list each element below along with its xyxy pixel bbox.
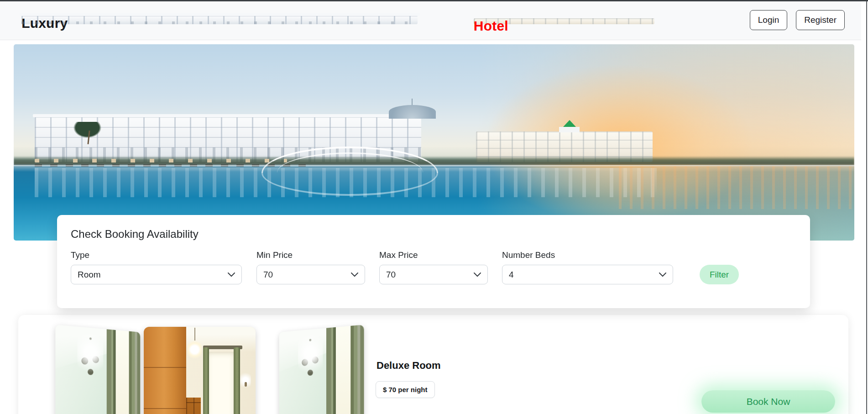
scrollbar-thumb[interactable] [866,0,867,414]
dome-graphic [389,105,436,119]
brand-text-accent: Hotel [474,18,654,24]
drape-left-graphic [203,347,209,414]
book-now-button[interactable]: Book Now [701,390,835,413]
sunset-reflection-graphic [619,166,854,210]
type-select-value: Room [78,270,101,280]
hanging-lamp-graphic [188,340,202,360]
palm-tree-graphic [68,122,106,141]
auth-buttons: Login Register [750,10,845,30]
min-price-field-group: Min Price 70 [256,250,365,284]
booking-card-title: Check Booking Availability [71,228,796,241]
chevron-down-icon [228,273,235,277]
room-photo-left[interactable] [55,325,140,414]
type-select[interactable]: Room [71,265,242,284]
number-beds-label: Number Beds [502,250,673,260]
umbrella-row-graphic [35,159,287,162]
min-price-select-value: 70 [263,270,273,280]
max-price-select-value: 70 [386,270,396,280]
type-field-group: Type Room [71,250,242,284]
curtain-window-graphic [107,329,141,414]
filter-button[interactable]: Filter [700,265,739,284]
room-listing-card: Deluxe Room $ 70 per night Book Now [18,315,848,414]
wall-sconce-graphic [240,372,251,390]
booking-availability-card: Check Booking Availability Type Room Min… [57,215,810,308]
booking-filter-form: Type Room Min Price 70 Max Price 70 Numb… [71,250,796,284]
number-beds-select[interactable]: 4 [502,265,673,284]
hero-image [14,44,854,241]
chandelier-graphic [298,335,323,383]
drape-right-graphic [234,347,240,414]
window-graphic [206,352,235,414]
window-top-edge [0,0,868,1]
chandelier-graphic [78,333,104,383]
chevron-down-icon [474,273,481,277]
chevron-down-icon [351,273,358,277]
wardrobe-graphic [144,327,186,414]
min-price-select[interactable]: 70 [256,265,365,284]
green-tower-graphic [559,127,579,132]
max-price-label: Max Price [379,250,488,260]
pool-reflection-graphic [35,168,657,198]
shelf-unit-graphic [186,398,201,414]
room-name: Deluxe Room [376,360,441,372]
max-price-field-group: Max Price 70 [379,250,488,284]
min-price-label: Min Price [256,250,365,260]
curtain-window-graphic [326,325,364,414]
navbar: Luxury Hotel Home Rooms Addational Servi… [0,1,861,40]
register-button[interactable]: Register [796,10,845,30]
room-photo-right[interactable] [279,325,364,414]
number-beds-field-group: Number Beds 4 [502,250,673,284]
scrollbar-gutter[interactable] [861,0,868,414]
login-button[interactable]: Login [750,10,788,30]
type-label: Type [71,250,242,260]
price-badge: $ 70 per night [376,381,435,398]
chevron-down-icon [659,273,666,277]
max-price-select[interactable]: 70 [379,265,488,284]
room-photo-center[interactable] [144,327,256,414]
number-beds-select-value: 4 [509,270,514,280]
brand-text-primary: Luxury [21,16,418,24]
